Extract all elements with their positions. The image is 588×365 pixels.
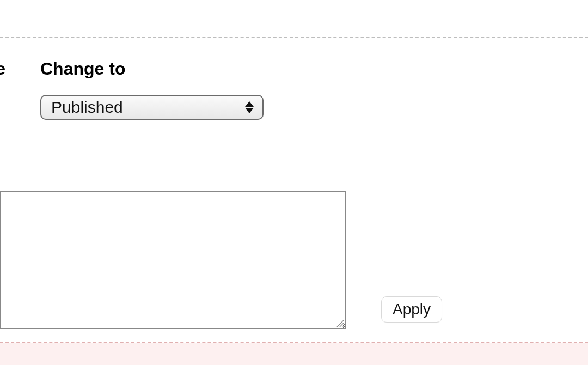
change-to-select-value: Published [51,98,123,117]
svg-line-1 [340,323,344,327]
resize-handle-icon [335,319,344,327]
svg-line-0 [337,320,344,327]
partial-label-left: e [0,59,5,79]
change-to-select[interactable]: Published [40,95,264,120]
notes-textarea[interactable] [0,191,346,329]
change-to-label: Change to [40,59,125,79]
chevron-up-down-icon [245,101,254,114]
apply-button[interactable]: Apply [381,296,442,323]
divider-bottom [0,342,588,343]
apply-button-label: Apply [393,301,431,318]
svg-line-2 [342,326,344,327]
bottom-tint-region [0,343,588,365]
divider-top [0,36,588,38]
